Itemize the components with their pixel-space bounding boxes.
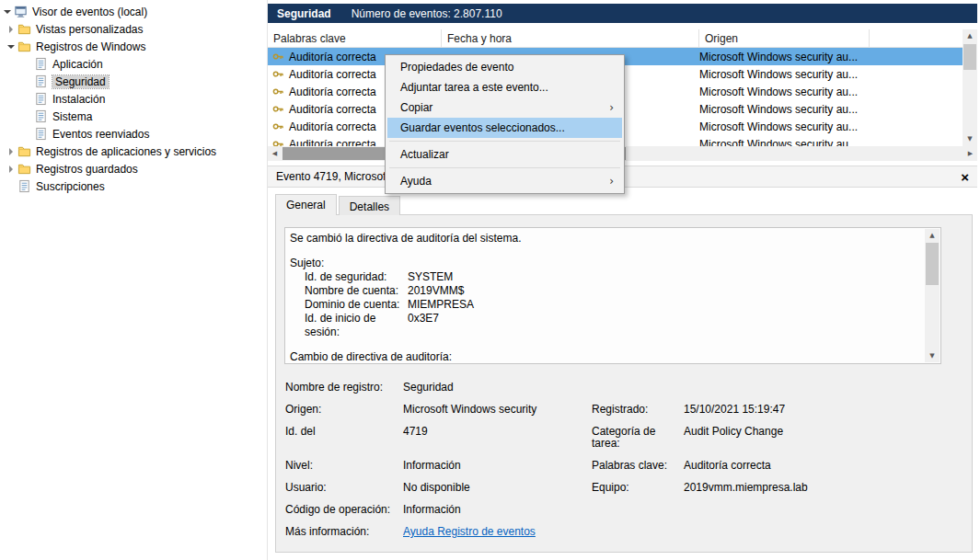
menu-item-refresh[interactable]: Actualizar [387, 144, 622, 165]
field-value [684, 526, 808, 538]
menu-item-save-selected-events[interactable]: Guardar eventos seleccionados... [387, 118, 622, 138]
log-header-bar: Seguridad Número de eventos: 2.807.110 [268, 4, 977, 23]
tree-item-label-selected: Seguridad [52, 75, 109, 88]
cell-origin: Microsoft Windows security au... [699, 51, 870, 63]
expander-icon[interactable] [6, 166, 15, 173]
menu-separator [389, 141, 620, 142]
field-label: Categoría de tarea: [592, 426, 684, 450]
column-header-origin[interactable]: Origen [699, 29, 870, 47]
folder-icon [17, 22, 31, 36]
expander-icon[interactable] [6, 45, 15, 49]
log-icon [34, 109, 48, 123]
scroll-up-icon[interactable]: ▲ [963, 29, 977, 43]
preview-tabs: General Detalles [275, 194, 400, 215]
field-label [592, 382, 684, 394]
subscriptions-icon [17, 179, 31, 193]
scroll-down-icon[interactable]: ▼ [925, 349, 940, 362]
scrollbar-thumb[interactable] [926, 243, 939, 285]
folder-icon [17, 162, 31, 176]
sidebar-tree: Visor de eventos (local) Vistas personal… [0, 0, 265, 560]
tree-item-windows-logs[interactable]: Registros de Windows [0, 38, 265, 55]
scroll-up-icon[interactable]: ▲ [925, 229, 940, 242]
event-count: Número de eventos: 2.807.110 [352, 7, 502, 20]
tree-item-forwarded-events[interactable]: Eventos reenviados [0, 125, 265, 143]
audit-key-icon [272, 86, 284, 97]
audit-key-icon [272, 103, 284, 115]
list-header-row: Palabras clave Fecha y hora Origen [268, 29, 963, 48]
tree-item-custom-views[interactable]: Vistas personalizadas [0, 20, 265, 38]
tab-general[interactable]: General [275, 194, 337, 215]
expander-icon[interactable] [3, 10, 11, 14]
menu-item-copy[interactable]: Copiar › [387, 97, 622, 118]
description-intro: Se cambió la directiva de auditoría del … [290, 232, 920, 246]
field-value: No disponible [403, 482, 592, 494]
menu-item-help[interactable]: Ayuda › [387, 171, 622, 191]
field-label [592, 526, 684, 538]
description-subject-header: Sujeto: [290, 257, 920, 270]
field-value: Información [403, 504, 592, 516]
tree-item-label: Registros de aplicaciones y servicios [36, 145, 216, 158]
field-label [592, 504, 684, 516]
event-fields: Nombre de registro: Seguridad Origen: Mi… [285, 382, 808, 538]
tree-item-saved-logs[interactable]: Registros guardados [0, 160, 265, 177]
audit-key-icon [272, 138, 284, 146]
menu-item-event-properties[interactable]: Propiedades de evento [387, 57, 622, 77]
column-header-datetime[interactable]: Fecha y hora [442, 29, 699, 47]
tree-item-security[interactable]: Seguridad [0, 73, 265, 90]
event-viewer-icon [14, 5, 28, 18]
tree-item-label: Registros guardados [36, 163, 138, 176]
scroll-down-icon[interactable]: ▼ [963, 132, 977, 146]
menu-item-attach-task[interactable]: Adjuntar tarea a este evento... [387, 77, 622, 97]
description-row: Nombre de cuenta:2019VMM$ [290, 284, 920, 298]
tree-item-apps-services-logs[interactable]: Registros de aplicaciones y servicios [0, 143, 265, 160]
tree-item-label: Suscripciones [36, 180, 105, 193]
general-tab-pane: Se cambió la directiva de auditoría del … [275, 214, 973, 553]
field-label: Id. del [285, 426, 403, 450]
cell-origin: Microsoft Windows security au... [699, 138, 870, 147]
context-menu: Propiedades de evento Adjuntar tarea a e… [385, 54, 625, 194]
tree-item-label: Sistema [52, 110, 92, 123]
tree-item-root[interactable]: Visor de eventos (local) [0, 3, 265, 20]
field-value: 2019vmm.miempresa.lab [684, 482, 808, 494]
tree-item-label: Eventos reenviados [52, 128, 149, 141]
log-icon [34, 127, 48, 141]
description-row: Dominio de cuenta:MIEMPRESA [290, 298, 920, 312]
tree-item-application[interactable]: Aplicación [0, 55, 265, 73]
expander-icon[interactable] [6, 26, 15, 33]
tree-item-label: Instalación [52, 93, 105, 106]
field-label: Registrado: [592, 404, 684, 416]
tree-item-label: Visor de eventos (local) [32, 6, 147, 18]
expander-icon[interactable] [6, 148, 15, 155]
field-value [684, 504, 808, 516]
tree-item-subscriptions[interactable]: Suscripciones [0, 177, 265, 195]
field-value: Seguridad [403, 382, 592, 394]
tree-item-label: Vistas personalizadas [36, 23, 144, 36]
tree-item-system[interactable]: Sistema [0, 108, 265, 125]
scroll-right-icon[interactable]: ▶ [963, 146, 977, 161]
tree-item-setup[interactable]: Instalación [0, 90, 265, 108]
field-label: Nivel: [285, 460, 403, 472]
column-header-filler [870, 29, 963, 47]
submenu-arrow-icon: › [609, 97, 614, 118]
tab-details[interactable]: Detalles [339, 196, 400, 215]
event-log-help-link[interactable]: Ayuda Registro de eventos [403, 525, 536, 538]
field-value [684, 382, 808, 394]
list-vertical-scrollbar[interactable]: ▲ ▼ [963, 29, 977, 146]
log-icon [34, 92, 48, 106]
cell-origin: Microsoft Windows security au... [699, 86, 870, 98]
menu-separator [389, 167, 620, 168]
scrollbar-thumb[interactable] [963, 44, 976, 70]
description-vertical-scrollbar[interactable]: ▲ ▼ [925, 229, 940, 362]
tree-item-label: Aplicación [52, 58, 103, 71]
event-description-box[interactable]: Se cambió la directiva de auditoría del … [284, 227, 941, 364]
field-value: 4719 [403, 426, 592, 450]
field-value: Información [403, 460, 592, 472]
field-label: Origen: [285, 404, 403, 416]
column-header-keywords[interactable]: Palabras clave [268, 29, 442, 47]
close-icon[interactable]: × [961, 170, 969, 184]
field-value: 15/10/2021 15:19:47 [684, 404, 808, 416]
audit-key-icon [272, 68, 284, 80]
description-row: Id. de seguridad:SYSTEM [290, 270, 920, 284]
scroll-left-icon[interactable]: ◀ [268, 146, 282, 161]
field-value: Microsoft Windows security [403, 404, 592, 416]
